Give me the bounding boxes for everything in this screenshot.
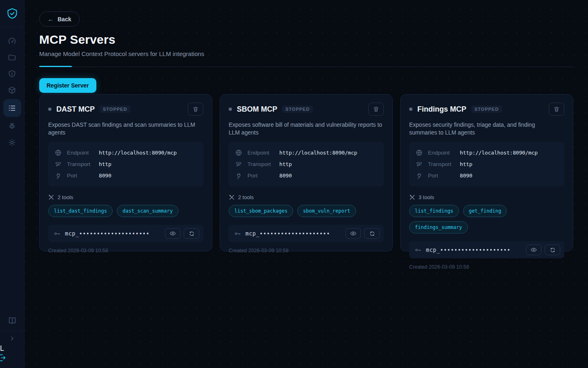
section-divider [39,66,573,67]
status-dot [409,108,412,111]
port-row: Port 8090 [55,170,197,181]
created-timestamp: Created 2026-03-09 10:58 [229,248,384,254]
port-row: Port 8090 [235,170,377,181]
plug-icon [235,172,243,179]
server-cards: DAST MCP STOPPED Exposes DAST scan findi… [39,94,573,251]
sidebar: L [0,0,24,368]
rotate-key-button[interactable] [184,228,199,239]
port-label: Port [247,173,279,179]
register-server-button[interactable]: Register Server [39,78,96,93]
transport-icon [416,161,423,168]
endpoint-label: Endpoint [247,150,279,156]
server-card-dast: DAST MCP STOPPED Exposes DAST scan findi… [39,94,212,251]
docs-button[interactable] [8,313,17,331]
main-content: ← Back MCP Servers Manage Model Context … [24,0,588,368]
tool-tag: dast_scan_summary [117,205,178,217]
endpoint-value: http://localhost:8090/mcp [99,150,177,156]
server-config-panel: Endpoint http://localhost:8090/mcp Trans… [409,142,564,186]
port-label: Port [428,173,460,179]
plug-icon [55,172,62,179]
sidebar-item-packages[interactable] [3,83,21,97]
transport-label: Transport [67,161,99,167]
server-name: Findings MCP [417,105,466,114]
sidebar-bottom: L [0,313,24,368]
logout-icon[interactable] [0,353,7,362]
transport-value: http [99,161,111,167]
tool-tag: list_dast_findings [48,205,113,217]
tool-tag: findings_summary [409,221,468,233]
port-value: 8090 [99,173,111,179]
server-description: Exposes software bill of materials and v… [229,121,384,137]
eye-icon [530,247,537,253]
endpoint-row: Endpoint http://localhost:8090/mcp [235,147,377,158]
port-value: 8090 [460,173,472,179]
sidebar-item-bugs[interactable] [3,119,21,133]
port-row: Port 8090 [416,170,558,181]
rotate-key-button[interactable] [364,228,380,239]
sidebar-collapse-button[interactable] [0,331,24,343]
globe-icon [235,149,243,156]
gauge-icon [8,37,16,45]
tool-tag: list_sbom_packages [229,205,293,217]
delete-server-button[interactable] [368,103,384,116]
rotate-icon [550,247,556,253]
endpoint-label: Endpoint [428,150,460,156]
server-config-panel: Endpoint http://localhost:8090/mcp Trans… [229,142,384,186]
back-label: Back [58,16,71,22]
sidebar-item-settings[interactable] [3,135,21,150]
reveal-key-button[interactable] [345,228,361,239]
transport-icon [55,161,62,168]
key-icon [234,230,241,237]
tools-count-label: 3 tools [419,194,434,200]
status-badge: STOPPED [100,105,130,113]
tools-count: 2 tools [229,194,384,200]
transport-value: http [279,161,292,167]
reveal-key-button[interactable] [526,245,541,255]
server-config-panel: Endpoint http://localhost:8090/mcp Trans… [48,142,203,186]
app-logo [0,0,24,27]
delete-server-button[interactable] [188,103,203,116]
tool-tag: get_finding [463,205,507,217]
transport-label: Transport [428,161,460,167]
sidebar-nav [3,34,21,150]
tools-count: 2 tools [48,194,203,200]
rotate-key-button[interactable] [545,245,560,255]
plug-icon [416,172,423,179]
port-value: 8090 [279,173,292,179]
trash-icon [192,106,199,112]
reveal-key-button[interactable] [165,228,180,239]
package-icon [8,86,16,94]
book-open-icon [8,316,17,325]
card-header: SBOM MCP STOPPED [229,103,384,116]
page-title: MCP Servers [39,33,573,47]
sidebar-item-dashboard[interactable] [3,34,21,48]
endpoint-row: Endpoint http://localhost:8090/mcp [55,147,197,158]
status-dot [48,108,51,111]
globe-icon [55,149,62,156]
server-name: DAST MCP [56,105,95,114]
server-description: Exposes security findings, triage data, … [409,121,564,137]
key-icon [414,247,421,254]
sidebar-item-mcp-servers[interactable] [3,99,21,117]
transport-row: Transport http [416,158,558,170]
list-icon [8,104,16,112]
delete-server-button[interactable] [549,103,564,116]
api-key-row: mcp_•••••••••••••••••••• [229,225,384,242]
logout-label-partial: L [0,344,4,353]
back-button[interactable]: ← Back [39,11,80,27]
tool-tags: list_findings get_finding findings_summa… [409,205,564,233]
sidebar-item-projects[interactable] [3,50,21,65]
sidebar-item-vulnerabilities[interactable] [3,66,21,81]
tools-icon [409,194,415,200]
tool-tags: list_dast_findings dast_scan_summary [48,205,203,217]
back-arrow-icon: ← [48,16,54,22]
server-description: Exposes DAST scan findings and scan summ… [48,121,203,137]
globe-icon [416,149,423,156]
transport-row: Transport http [55,158,197,170]
gear-icon [8,138,16,147]
card-header: Findings MCP STOPPED [409,103,564,116]
server-name: SBOM MCP [237,105,277,114]
trash-icon [373,106,379,112]
server-card-findings: Findings MCP STOPPED Exposes security fi… [400,94,573,251]
status-dot [229,108,232,111]
